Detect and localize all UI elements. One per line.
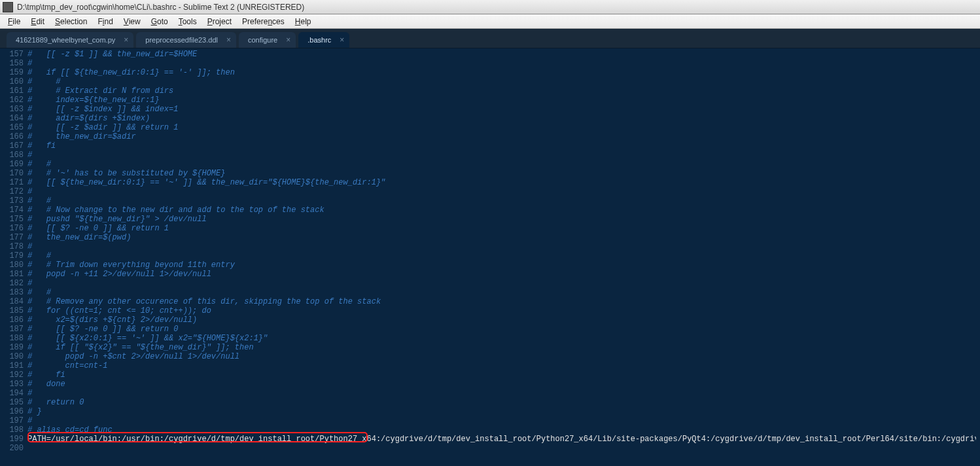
menu-help[interactable]: Help [290, 17, 317, 26]
tab-41621889-wheelbynet-com-py[interactable]: 41621889_wheelbynet_com.py× [7, 32, 133, 48]
menu-preferences[interactable]: Preferences [237, 17, 290, 26]
line-number-gutter: 1571581591601611621631641651661671681691… [0, 48, 27, 466]
menu-view[interactable]: View [118, 17, 146, 26]
close-icon[interactable]: × [124, 36, 128, 44]
menu-edit[interactable]: Edit [26, 17, 50, 26]
tab-configure[interactable]: configure× [239, 32, 296, 48]
menu-file[interactable]: File [3, 17, 26, 26]
tab-preprocessedfile23-ddl[interactable]: preprocessedfile23.ddl× [136, 32, 236, 48]
tab-label: configure [248, 36, 277, 44]
tab-label: .bashrc [307, 36, 331, 44]
menu-project[interactable]: Project [202, 17, 237, 26]
minimap[interactable] [976, 48, 980, 466]
window-title: D:\tmp\tmp_dev_root\cgwin\home\CLi\.bash… [17, 3, 304, 12]
tab-label: preprocessedfile23.ddl [145, 36, 218, 44]
menu-tools[interactable]: Tools [173, 17, 202, 26]
code-content[interactable]: # [[ -z $1 ]] && the_new_dir=$HOME # # i… [27, 48, 976, 466]
app-icon [3, 2, 13, 12]
menubar: FileEditSelectionFindViewGotoToolsProjec… [0, 14, 980, 29]
editor-area[interactable]: 1571581591601611621631641651661671681691… [0, 48, 980, 466]
close-icon[interactable]: × [286, 36, 290, 44]
menu-selection[interactable]: Selection [50, 17, 92, 26]
tab-bar: 41621889_wheelbynet_com.py×preprocessedf… [0, 29, 980, 48]
menu-goto[interactable]: Goto [146, 17, 173, 26]
tab-label: 41621889_wheelbynet_com.py [16, 36, 115, 44]
close-icon[interactable]: × [340, 36, 344, 44]
tab--bashrc[interactable]: .bashrc× [298, 32, 349, 48]
window-titlebar: D:\tmp\tmp_dev_root\cgwin\home\CLi\.bash… [0, 0, 980, 14]
menu-find[interactable]: Find [92, 17, 118, 26]
close-icon[interactable]: × [226, 36, 231, 44]
